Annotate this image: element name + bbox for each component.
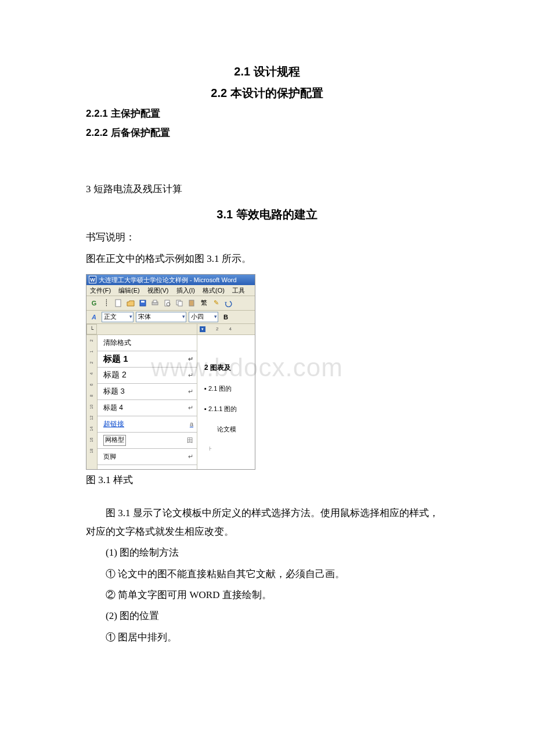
list-2a: ① 图居中排列。 — [106, 628, 448, 647]
paragraph-icon: ↵ — [188, 388, 193, 395]
styles-pane: └ 2 1 2 4 6 8 10 12 14 16 18 — [86, 324, 197, 470]
style-heading-1[interactable]: 标题 1↵ — [98, 351, 197, 368]
format-painter-icon[interactable]: ✎ — [211, 298, 221, 308]
heading-2-1: 2.1 设计规程 — [86, 64, 448, 80]
vertical-ruler: 2 1 2 4 6 8 10 12 14 16 18 — [86, 335, 98, 470]
tab-selector-icon[interactable]: └ — [86, 324, 97, 334]
size-combo[interactable]: 小四 — [189, 312, 218, 322]
style-grid[interactable]: 网格型田 — [98, 433, 197, 449]
document-body[interactable]: 2 图表及 ▪ 2.1 图的 ▪ 2.1.1 图的 论文模 ⊦ — [197, 335, 255, 454]
style-footer[interactable]: 页脚↵ — [98, 449, 197, 465]
back-icon[interactable]: G — [89, 298, 99, 308]
heading-3-1: 3.1 等效电路的建立 — [86, 207, 448, 222]
char-icon: a — [190, 420, 193, 427]
cursor-mark: ⊦ — [209, 445, 252, 452]
figure-3-1-screenshot: W 大连理工大学硕士学位论文样例 - Microsoft Word 文件(F) … — [86, 274, 255, 470]
menu-insert[interactable]: 插入(I) — [176, 287, 195, 294]
style-heading-3[interactable]: 标题 3↵ — [98, 384, 197, 400]
list-1b: ② 简单文字图可用 WORD 直接绘制。 — [106, 586, 448, 604]
styles-list-container: 2 1 2 4 6 8 10 12 14 16 18 清除格式 标题 — [86, 335, 197, 470]
paragraph-icon: ↵ — [188, 469, 193, 470]
word-app-icon: W — [89, 276, 96, 283]
list-1a: ① 论文中的图不能直接粘贴自其它文献，必须自己画。 — [106, 565, 448, 584]
paragraph-1: 图 3.1 显示了论文模板中所定义的样式选择方法。使用鼠标选择相应的样式，对应的… — [86, 504, 448, 542]
style-combo[interactable]: 正文 — [102, 312, 134, 322]
write-note: 书写说明： — [86, 228, 448, 247]
font-combo[interactable]: 宋体 — [136, 312, 186, 322]
style-header[interactable]: 页眉↵ — [98, 465, 197, 470]
document-page: 2.1 设计规程 2.2 本设计的保护配置 2.2.1 主保护配置 2.2.2 … — [0, 0, 534, 756]
doc-line-4: 论文模 — [217, 425, 252, 434]
heading-2-2-1: 2.2.1 主保护配置 — [86, 107, 448, 120]
preview-icon[interactable] — [162, 298, 172, 308]
style-hyperlink[interactable]: 超链接a — [98, 416, 197, 433]
new-doc-icon[interactable] — [113, 298, 124, 308]
table-icon: 田 — [187, 436, 193, 445]
copy-icon[interactable] — [174, 298, 185, 308]
svg-rect-4 — [153, 300, 157, 303]
paragraph-icon: ↵ — [188, 372, 193, 379]
heading-2-2-2: 2.2.2 后备保护配置 — [86, 126, 448, 139]
svg-rect-8 — [178, 301, 182, 306]
undo-icon[interactable] — [223, 298, 233, 308]
menu-tools[interactable]: 工具 — [232, 287, 245, 294]
styles-aa-icon[interactable]: A — [89, 312, 99, 322]
svg-rect-2 — [141, 301, 145, 303]
menu-edit[interactable]: 编辑(E) — [118, 287, 140, 294]
svg-rect-9 — [189, 300, 194, 306]
ruler-corner: └ — [86, 324, 197, 335]
paste-icon[interactable] — [186, 298, 197, 308]
paragraph-icon: ↵ — [188, 355, 193, 363]
document-pane: ▾ 2 4 2 图表及 ▪ 2.1 图的 ▪ 2.1.1 图的 论文模 ⊦ — [197, 324, 255, 470]
svg-rect-0 — [116, 300, 121, 307]
open-icon[interactable] — [125, 298, 136, 308]
ruler-tick: 2 — [216, 326, 218, 332]
horizontal-ruler: ▾ 2 4 — [197, 324, 255, 335]
word-titlebar: W 大连理工大学硕士学位论文样例 - Microsoft Word — [86, 275, 255, 285]
print-icon[interactable] — [150, 298, 160, 308]
figure-intro: 图在正文中的格式示例如图 3.1 所示。 — [86, 250, 448, 268]
word-menubar: 文件(F) 编辑(E) 视图(V) 插入(I) 格式(O) 工具 — [86, 285, 255, 296]
style-heading-4[interactable]: 标题 4↵ — [98, 400, 197, 416]
styles-list: 清除格式 标题 1↵ 标题 2↵ 标题 3↵ 标题 4↵ 超链接a 网格型田 页… — [98, 335, 197, 470]
style-heading-2[interactable]: 标题 2↵ — [98, 368, 197, 384]
bold-button[interactable]: B — [221, 312, 231, 322]
menu-file[interactable]: 文件(F) — [90, 287, 111, 294]
save-icon[interactable] — [138, 298, 148, 308]
indent-marker-icon[interactable]: ▾ — [200, 326, 205, 332]
traditional-icon[interactable]: 繁 — [199, 298, 209, 308]
heading-2-2: 2.2 本设计的保护配置 — [86, 85, 448, 101]
doc-line-1: 2 图表及 — [204, 363, 252, 373]
menu-format[interactable]: 格式(O) — [203, 287, 225, 294]
word-formatting-toolbar: A 正文 宋体 小四 B — [86, 311, 255, 324]
paragraph-icon: ↵ — [188, 453, 193, 460]
list-1: (1) 图的绘制方法 — [106, 543, 448, 562]
word-window-title: 大连理工大学硕士学位论文样例 - Microsoft Word — [99, 275, 237, 285]
word-workspace: └ 2 1 2 4 6 8 10 12 14 16 18 — [86, 324, 255, 470]
doc-line-3: ▪ 2.1.1 图的 — [204, 405, 252, 413]
paragraph-icon: ↵ — [188, 404, 193, 412]
menu-view[interactable]: 视图(V) — [147, 287, 169, 294]
word-standard-toolbar: G ┊ 繁 ✎ — [86, 296, 255, 311]
style-clear-format[interactable]: 清除格式 — [98, 335, 197, 351]
doc-line-2: ▪ 2.1 图的 — [204, 384, 252, 393]
sep-icon: ┊ — [101, 298, 111, 308]
figure-3-1-caption: 图 3.1 样式 — [86, 473, 448, 487]
list-2: (2) 图的位置 — [106, 607, 448, 625]
ruler-tick: 4 — [229, 326, 231, 332]
chapter-3-title: 3 短路电流及残压计算 — [86, 180, 448, 199]
